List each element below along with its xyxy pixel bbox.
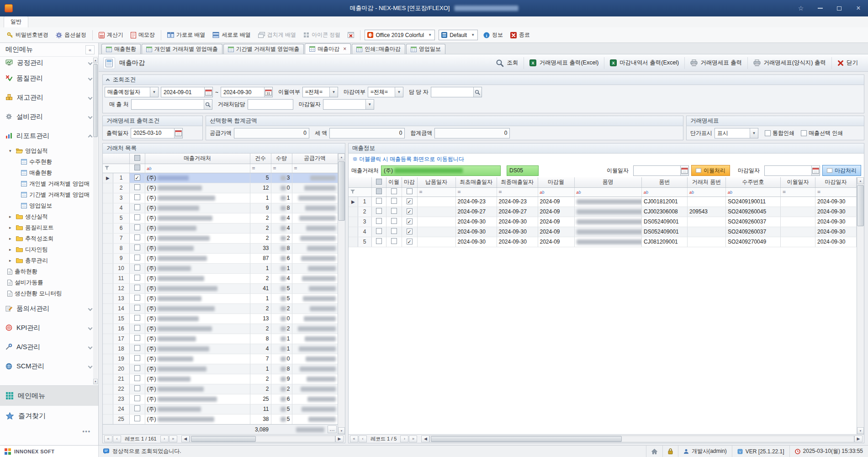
sales-grid-vscrollbar[interactable]: ▲ ▼: [857, 177, 864, 434]
checkbox-icon[interactable]: [134, 285, 140, 291]
arrange-vertical-button[interactable]: 세로로 배열: [209, 29, 254, 41]
search-conditions-header[interactable]: 조회조건: [103, 75, 864, 85]
chevron-down-icon[interactable]: ▼: [329, 87, 338, 97]
scroll-left-icon[interactable]: ◀: [421, 436, 429, 442]
sidebar-item-17[interactable]: 설비가동률: [0, 277, 98, 288]
checkbox-icon[interactable]: [134, 405, 140, 411]
vendor-row-22[interactable]: 22(주) 22: [103, 384, 338, 394]
calculator-button[interactable]: 계산기: [95, 29, 127, 41]
ribbon-tab-general[interactable]: 일반: [4, 16, 28, 27]
scroll-down-icon[interactable]: ▼: [857, 427, 864, 434]
vendor-row-5[interactable]: 5(주) 24: [103, 213, 338, 223]
sidebar-item-14[interactable]: ▸디자인팀: [0, 244, 98, 255]
action-button-5[interactable]: 닫기: [831, 57, 863, 69]
sidebar-item-21[interactable]: A/S관리: [0, 337, 98, 356]
closing-process-button[interactable]: 마감처리: [822, 165, 861, 176]
sidebar-item-favorites[interactable]: 즐겨찾기: [0, 406, 98, 426]
sidebar-item-15[interactable]: ▸총무관리: [0, 255, 98, 266]
summary-more-button[interactable]: …: [328, 425, 337, 433]
vendor-row-18[interactable]: 18(주) 41: [103, 344, 338, 354]
customer-input[interactable]: [131, 99, 212, 110]
sidebar-item-22[interactable]: SCM관리: [0, 356, 98, 376]
checkbox-icon[interactable]: [801, 130, 807, 136]
closed-select[interactable]: =전체=▼: [368, 87, 403, 97]
checkbox-icon[interactable]: [391, 238, 397, 244]
vendor-row-4[interactable]: 4(주) 98: [103, 203, 338, 213]
checkbox-icon[interactable]: [134, 385, 140, 391]
prev-record-button[interactable]: ‹: [113, 436, 121, 442]
vendor-grid-hscrollbar[interactable]: ◀ ▶: [181, 436, 344, 442]
sidebar-item-mainmenu[interactable]: 메인메뉴: [0, 386, 98, 406]
date-to-input[interactable]: 2024-09-3031: [221, 87, 273, 97]
tree-expander-icon[interactable]: ▾: [9, 149, 14, 153]
sidebar-item-1[interactable]: 품질관리: [0, 69, 98, 88]
checkbox-icon[interactable]: [134, 184, 140, 190]
checkbox-icon[interactable]: [134, 365, 140, 371]
checkbox-icon[interactable]: [391, 228, 397, 234]
checkbox-icon[interactable]: [376, 218, 382, 224]
home-segment[interactable]: [646, 446, 662, 457]
next-record-button[interactable]: ›: [400, 436, 408, 442]
exit-button[interactable]: 종료: [507, 29, 533, 41]
calendar-icon[interactable]: [174, 128, 182, 138]
vendor-row-15[interactable]: 15(주) 130: [103, 314, 338, 324]
checkbox-icon[interactable]: [134, 224, 140, 230]
checkbox-icon[interactable]: [376, 179, 382, 185]
checkbox-icon[interactable]: [134, 305, 140, 311]
checkbox-icon[interactable]: ✓: [134, 175, 140, 181]
first-record-button[interactable]: «: [350, 436, 358, 442]
vendor-row-23[interactable]: 23(주) 256: [103, 394, 338, 404]
tab-2[interactable]: 기간별 거래처별 영업매출: [223, 44, 304, 54]
scroll-up-icon[interactable]: ▲: [93, 58, 98, 63]
vendor-row-8[interactable]: 8(주) 338: [103, 243, 338, 253]
sidebar-item-4[interactable]: 리포트관리: [0, 126, 98, 145]
calendar-icon[interactable]: [811, 166, 820, 175]
action-button-2[interactable]: X마감내역서 출력(Excel): [604, 57, 684, 69]
tree-expander-icon[interactable]: ▸: [9, 225, 14, 230]
sidebar-item-0[interactable]: 공정관리: [0, 57, 98, 69]
checkbox-icon[interactable]: [391, 208, 397, 214]
checkbox-icon[interactable]: [134, 295, 140, 301]
sales-vendor-field[interactable]: (주): [381, 165, 501, 176]
vendor-row-9[interactable]: 9(주) 876: [103, 253, 338, 263]
calendar-icon[interactable]: [204, 87, 212, 97]
checkbox-icon[interactable]: [134, 345, 140, 351]
vendor-grid-vscrollbar[interactable]: ▲ ▼: [338, 154, 345, 434]
chevron-down-icon[interactable]: ▼: [395, 87, 403, 97]
print-date-input[interactable]: 2025-03-10: [131, 128, 183, 138]
vendor-code-field[interactable]: DS05: [507, 165, 539, 176]
checkbox-icon[interactable]: ✓: [407, 208, 413, 214]
tab-close-icon[interactable]: ×: [343, 46, 346, 52]
action-button-3[interactable]: 거래명세표 출력: [684, 57, 747, 69]
checkbox-icon[interactable]: [765, 130, 771, 136]
sidebar-item-12[interactable]: ▸품질리포트: [0, 222, 98, 233]
vendor-row-3[interactable]: 3(주) 11: [103, 193, 338, 203]
calendar-31-icon[interactable]: 31: [264, 87, 272, 97]
user-segment[interactable]: 개발사(admin): [678, 446, 732, 457]
tab-0[interactable]: 매출현황: [101, 44, 141, 54]
option-settings-button[interactable]: 옵션설정: [53, 29, 90, 41]
prev-record-button[interactable]: ‹: [359, 436, 367, 442]
notepad-button[interactable]: 메모장: [127, 29, 158, 41]
carry-date-input[interactable]: [633, 165, 689, 176]
close-date-input[interactable]: [764, 165, 820, 176]
checkbox-icon[interactable]: [134, 315, 140, 321]
action-button-4[interactable]: 거래명세표(양식지) 출력: [747, 57, 831, 69]
sales-row-3[interactable]: 3✓2024-09-302024-09-302024-09DS052409001…: [349, 217, 857, 227]
checkbox-icon[interactable]: ✓: [407, 239, 413, 244]
pin-icon[interactable]: ☆: [791, 0, 810, 16]
minimize-button[interactable]: [810, 0, 830, 16]
sidebar-item-18[interactable]: 생산현황 모니터링: [0, 288, 98, 299]
sidebar-item-5[interactable]: ▾영업실적: [0, 145, 98, 156]
vendor-row-21[interactable]: 21(주) 29: [103, 374, 338, 384]
search-icon[interactable]: [473, 87, 482, 97]
sidebar-item-10[interactable]: 영업일보: [0, 200, 98, 211]
checkbox-icon[interactable]: [134, 244, 140, 250]
checkbox-icon[interactable]: [134, 214, 140, 220]
vendor-row-16[interactable]: 16(주) 22: [103, 324, 338, 334]
vendor-row-10[interactable]: 10(주) 11: [103, 263, 338, 273]
checkbox-icon[interactable]: [134, 234, 140, 240]
checkbox-icon[interactable]: [134, 395, 140, 401]
chevron-down-icon[interactable]: ▼: [365, 100, 374, 109]
tab-1[interactable]: 개인별 거래처별 영업매출: [142, 44, 222, 54]
